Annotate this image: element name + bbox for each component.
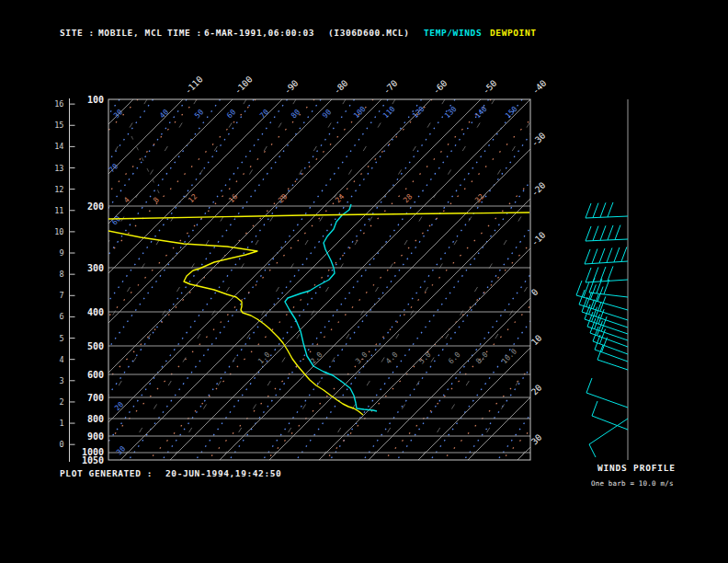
height-km-label: 9: [59, 248, 63, 258]
plot-border: [108, 99, 530, 460]
diagonal-axis-label: 5.0: [417, 350, 433, 366]
skewt-app-screen: SITE : MOBILE, MCL TIME : 6-MAR-1991,06:…: [0, 0, 728, 563]
diagonal-axis-label: -40: [530, 77, 549, 96]
pressure-label: 500: [87, 341, 104, 351]
height-km-label: 2: [59, 397, 63, 407]
dry-adiabat-lines: [0, 99, 728, 460]
winds-profile-title: WINDS PROFILE: [597, 463, 676, 473]
diagonal-axis-label: 140: [473, 105, 489, 121]
pressure-label: 100: [87, 95, 104, 105]
height-km-label: 1: [59, 419, 63, 428]
diagonal-axis-label: -10: [529, 229, 548, 247]
pressure-label: 900: [87, 431, 104, 442]
diagonal-axis-label: 20: [529, 382, 544, 396]
pressure-gridlines: [108, 206, 530, 453]
pressure-label: 300: [87, 263, 104, 273]
diagonal-axis-label: -70: [381, 77, 400, 96]
pressure-axis-labels: 10020030040050060070080090010001050: [82, 95, 104, 465]
moist-adiabat-lines: [0, 99, 728, 460]
temperature-curve: [285, 204, 377, 411]
height-km-label: 13: [54, 164, 63, 173]
diagonal-axis-label: 60: [225, 108, 237, 120]
height-km-label: 0: [59, 440, 63, 449]
height-km-label: 6: [59, 312, 63, 321]
diagonal-axis-label: 8.0: [474, 350, 490, 366]
isotherm-labels: -110-100-90-80-70-60-50-40-30-20-1001020…: [183, 74, 549, 446]
diagonal-axis-label: 50: [193, 108, 205, 120]
pressure-label: 1050: [82, 455, 104, 465]
diagonal-axis-label: 110: [381, 105, 397, 121]
diagonal-axis-label: -60: [431, 77, 449, 96]
diagonal-axis-label: -30: [529, 130, 548, 148]
diagonal-axis-label: 40: [158, 108, 170, 120]
height-km-label: 3: [59, 376, 63, 385]
adiabat-labels: 3040506070809010011012013014015070602030…: [108, 105, 519, 457]
height-km-label: 8: [59, 270, 63, 279]
diagonal-axis-label: 100: [352, 105, 368, 121]
diagonal-axis-label: 10: [529, 332, 544, 347]
diagonal-axis-label: 8: [152, 196, 161, 205]
winds-barb-caption: One barb = 10.0 m/s: [591, 479, 674, 488]
diagonal-axis-label: 4.0: [384, 350, 400, 366]
diagonal-axis-label: 1.0: [256, 350, 272, 366]
diagonal-axis-label: 6.0: [447, 350, 462, 366]
plot-frame: [108, 99, 530, 460]
dewpoint-curve: [108, 231, 363, 415]
diagonal-axis-label: 24: [334, 192, 346, 204]
mixing-ratio-lines: [0, 99, 728, 460]
diagonal-axis-label: 60: [110, 214, 122, 226]
height-km-label: 4: [59, 355, 63, 364]
diagonal-axis-label: -90: [282, 77, 301, 96]
diagonal-axis-label: -50: [481, 77, 499, 96]
height-axis: 012345678910111213141516: [54, 98, 74, 462]
height-km-label: 14: [54, 142, 63, 151]
diagonal-axis-label: -100: [233, 74, 255, 96]
pressure-label: 400: [87, 307, 104, 317]
plot-generated-value: 20-JUN-1994,19:42:50: [165, 468, 281, 478]
height-km-label: 12: [54, 185, 63, 194]
diagonal-axis-label: -80: [332, 77, 350, 96]
diagonal-axis-label: 90: [321, 108, 333, 120]
pressure-label: 200: [87, 201, 104, 212]
diagonal-axis-label: 28: [402, 192, 414, 204]
diagonal-axis-label: -20: [529, 179, 548, 198]
pressure-label: 700: [87, 393, 104, 403]
height-km-label: 5: [59, 334, 63, 343]
diagonal-axis-label: 32: [473, 192, 485, 204]
diagonal-axis-label: 130: [443, 105, 459, 121]
diagonal-axis-label: 70: [258, 108, 270, 120]
diagonal-axis-label: 30: [529, 431, 544, 446]
diagonal-axis-label: 150: [504, 105, 519, 121]
wind-barbs: [576, 99, 628, 460]
plot-generated-label: PLOT GENERATED :: [60, 468, 153, 478]
height-km-label: 15: [54, 121, 63, 130]
diagonal-axis-label: 3.0: [354, 350, 370, 366]
diagonal-axis-label: 4: [122, 196, 131, 205]
diagonal-axis-label: 80: [290, 108, 301, 120]
height-km-label: 11: [54, 206, 63, 215]
height-km-label: 10: [54, 227, 63, 236]
diagonal-axis-label: 20: [113, 400, 125, 412]
height-km-label: 16: [54, 99, 63, 109]
diagonal-axis-label: 12: [187, 192, 199, 204]
pressure-label: 800: [87, 414, 104, 424]
height-km-label: 7: [59, 291, 63, 300]
pressure-label: 600: [87, 370, 104, 380]
diagonal-axis-label: -110: [183, 74, 205, 96]
isotherm-lines: [0, 99, 728, 460]
